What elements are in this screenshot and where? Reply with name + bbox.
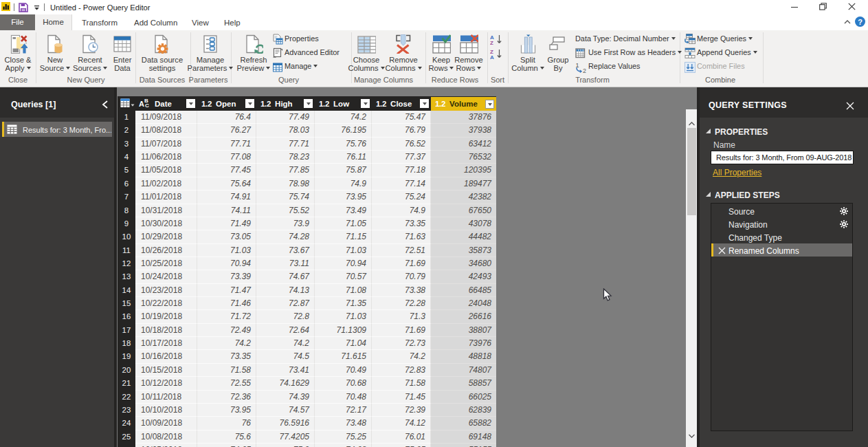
svg-text:A: A xyxy=(490,54,494,59)
svg-text:?: ? xyxy=(858,18,863,26)
svg-text:2: 2 xyxy=(583,67,586,73)
svg-text:Z: Z xyxy=(490,40,493,45)
